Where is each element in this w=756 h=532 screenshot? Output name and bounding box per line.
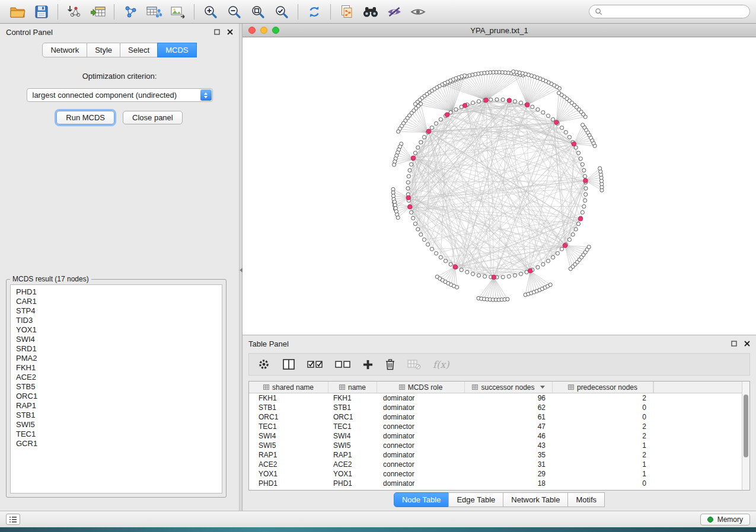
table-scrollbar[interactable]: [742, 382, 749, 490]
mcds-result-node[interactable]: SRD1: [16, 344, 216, 354]
cell-mcds-role: connector: [377, 441, 465, 450]
cell-predecessor-nodes: 2: [553, 451, 653, 459]
cell-successor-nodes: 46: [465, 432, 553, 440]
cell-name: STB1: [328, 403, 377, 412]
minimize-window-button[interactable]: [260, 27, 267, 34]
cell-shared-name: YOX1: [249, 470, 328, 478]
column-header[interactable]: shared name: [249, 382, 328, 393]
import-table-from-file-button[interactable]: [86, 2, 110, 22]
zoom-fit-button[interactable]: [246, 2, 270, 22]
zoom-selected-icon: [275, 5, 289, 19]
mcds-result-node[interactable]: SWI4: [16, 335, 216, 344]
mcds-result-node[interactable]: TEC1: [16, 430, 216, 439]
close-table-panel-button[interactable]: [744, 341, 750, 347]
select-all-checkboxes-button[interactable]: [307, 359, 323, 370]
network-canvas[interactable]: [243, 37, 756, 335]
zoom-window-button[interactable]: [272, 27, 279, 34]
column-header[interactable]: predecessor nodes: [553, 382, 653, 393]
mcds-result-node[interactable]: CAR1: [16, 297, 216, 306]
deselect-all-checkboxes-button[interactable]: [335, 359, 351, 370]
mcds-result-node[interactable]: FKH1: [16, 363, 216, 373]
column-header[interactable]: successor nodes: [465, 382, 553, 393]
cell-shared-name: STB1: [249, 403, 328, 412]
table-row[interactable]: YOX1 YOX1 connector 29 1: [249, 469, 749, 479]
mcds-result-node[interactable]: YOX1: [16, 325, 216, 335]
control-panel-tab[interactable]: Network: [42, 43, 87, 57]
run-mcds-button[interactable]: Run MCDS: [56, 111, 114, 124]
search-box[interactable]: [589, 5, 750, 18]
table-scrollbar-thumb[interactable]: [744, 395, 748, 457]
refresh-layout-button[interactable]: [302, 2, 326, 22]
column-header[interactable]: name: [328, 382, 377, 393]
split-view-button[interactable]: [282, 358, 295, 370]
table-row[interactable]: SWI4 SWI4 dominator 46 2: [249, 431, 749, 441]
table-row[interactable]: ORC1 ORC1 dominator 61 0: [249, 412, 749, 422]
cell-predecessor-nodes: 2: [553, 432, 653, 440]
table-row[interactable]: FKH1 FKH1 dominator 96 2: [249, 393, 749, 403]
function-builder-button: f(x): [433, 359, 449, 370]
mcds-result-node[interactable]: RAP1: [16, 401, 216, 411]
show-all-button[interactable]: [406, 2, 430, 22]
mcds-result-node[interactable]: ORC1: [16, 392, 216, 401]
table-row[interactable]: TEC1 TEC1 connector 47 2: [249, 422, 749, 431]
mcds-result-node[interactable]: GCR1: [16, 439, 216, 448]
new-network-button[interactable]: [119, 2, 142, 22]
hide-selected-button[interactable]: [382, 2, 406, 22]
zoom-selected-button[interactable]: [270, 2, 294, 22]
copy-network-button[interactable]: [335, 2, 359, 22]
cell-mcds-role: connector: [377, 422, 465, 431]
first-neighbors-button[interactable]: [359, 2, 382, 22]
table-tab[interactable]: Node Table: [394, 492, 449, 507]
status-menu-button[interactable]: [6, 514, 20, 525]
close-window-button[interactable]: [248, 27, 256, 34]
criterion-select[interactable]: largest connected component (undirected): [27, 88, 213, 102]
cell-name: SWI4: [328, 432, 377, 440]
table-row[interactable]: RAP1 RAP1 dominator 35 2: [249, 450, 749, 460]
delete-column-icon: [385, 358, 395, 370]
cell-successor-nodes: 62: [465, 403, 553, 412]
delete-column-button[interactable]: [385, 358, 395, 370]
table-row[interactable]: STB1 STB1 dominator 62 0: [249, 403, 749, 412]
mcds-result-list[interactable]: PHD1CAR1STP4TID3YOX1SWI4SRD1PMA2FKH1ACE2…: [10, 284, 222, 493]
table-row[interactable]: ACE2 ACE2 connector 31 1: [249, 460, 749, 469]
float-panel-button[interactable]: [214, 29, 220, 35]
search-input[interactable]: [606, 7, 744, 17]
cell-mcds-role: dominator: [377, 451, 465, 459]
settings-gear-button[interactable]: [257, 358, 270, 371]
memory-button-label: Memory: [717, 515, 743, 524]
main-toolbar: [0, 0, 756, 24]
table-row[interactable]: PHD1 PHD1 dominator 18 0: [249, 479, 749, 488]
table-row[interactable]: SWI5 SWI5 connector 43 1: [249, 441, 749, 450]
cell-successor-nodes: 35: [465, 451, 553, 459]
zoom-out-button[interactable]: [222, 2, 246, 22]
cell-name: YOX1: [328, 470, 377, 478]
close-panel-button[interactable]: Close panel: [123, 111, 183, 124]
export-image-button[interactable]: [166, 2, 190, 22]
memory-button[interactable]: Memory: [700, 514, 750, 525]
add-column-button[interactable]: [363, 360, 373, 370]
table-tabs: Node TableEdge TableNetwork TableMotifs: [243, 492, 756, 507]
column-header[interactable]: MCDS role: [377, 382, 465, 393]
mcds-result-node[interactable]: STB1: [16, 411, 216, 420]
float-table-panel-button[interactable]: [731, 341, 737, 347]
close-control-panel-button[interactable]: [227, 29, 233, 35]
table-tab[interactable]: Network Table: [503, 492, 568, 507]
mcds-result-node[interactable]: STP4: [16, 306, 216, 316]
table-tab[interactable]: Motifs: [567, 492, 605, 507]
save-session-button[interactable]: [30, 2, 53, 22]
control-panel-tab[interactable]: MCDS: [157, 43, 196, 57]
table-tab[interactable]: Edge Table: [448, 492, 503, 507]
mcds-result-node[interactable]: TID3: [16, 316, 216, 325]
control-panel-tab[interactable]: Select: [120, 43, 158, 57]
import-network-from-file-button[interactable]: [62, 2, 86, 22]
mcds-result-node[interactable]: STB5: [16, 382, 216, 392]
new-network-table-button[interactable]: [142, 2, 166, 22]
mcds-result-node[interactable]: PHD1: [16, 287, 216, 297]
zoom-in-button[interactable]: [199, 2, 222, 22]
cell-mcds-role: dominator: [377, 479, 465, 488]
mcds-result-node[interactable]: ACE2: [16, 373, 216, 382]
open-file-button[interactable]: [6, 2, 30, 22]
mcds-result-node[interactable]: SWI5: [16, 420, 216, 430]
control-panel-tab[interactable]: Style: [87, 43, 120, 57]
mcds-result-node[interactable]: PMA2: [16, 354, 216, 363]
